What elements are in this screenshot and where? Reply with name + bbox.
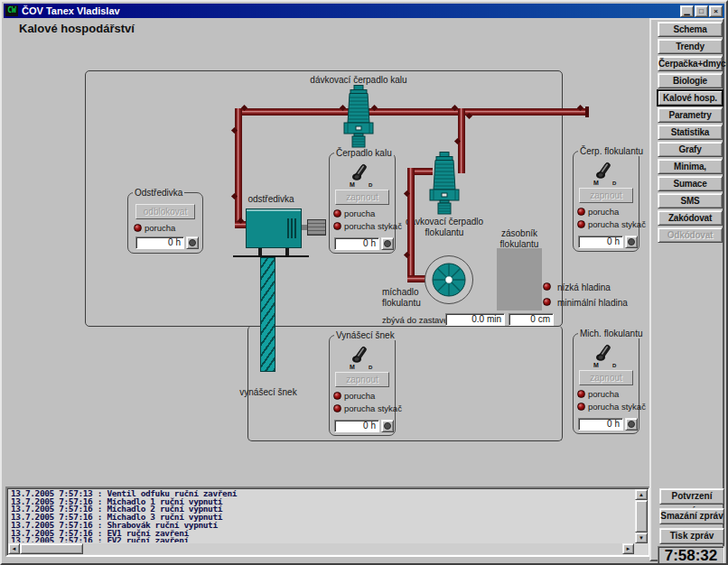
log-line: 13.7.2005 7:57:16 : EV2 ruční zavření <box>11 537 633 542</box>
remaining-time-field: 0.0 min <box>445 313 505 326</box>
scroll-up-icon[interactable]: ▲ <box>635 489 648 500</box>
sidebar-item-schema[interactable]: Schema <box>658 22 723 37</box>
app-window: CW ČOV Tanex Vladislav ▁ □ × Kalové hosp… <box>0 0 728 565</box>
sidebar-item-kalove-hosp[interactable]: Kalové hosp. <box>658 90 723 106</box>
hours-reset-button[interactable] <box>381 237 394 250</box>
dosing-pump-floc-icon <box>423 152 466 215</box>
scroll-down-icon[interactable]: ▼ <box>635 533 648 543</box>
screw-conveyor-icon <box>260 257 275 372</box>
dosing-pump-sludge-icon <box>337 85 380 148</box>
hours-field: 0 h <box>334 420 379 432</box>
switch-d-label: D <box>369 182 372 188</box>
centrifuge-icon <box>246 208 302 248</box>
mixer-icon <box>424 255 474 305</box>
pipe-end-cap <box>585 107 589 117</box>
sidebar-item-grafy[interactable]: Grafy <box>658 142 723 157</box>
sidebar-item-zakodovat[interactable]: Zakódovat <box>658 210 723 226</box>
start-button: zapnout <box>335 190 389 205</box>
hours-reset-button[interactable] <box>625 418 638 431</box>
contactor-fault-led <box>333 404 341 412</box>
hours-field: 0 h <box>135 236 184 249</box>
label-screw: vynášecí šnek <box>231 387 305 397</box>
scroll-left-icon[interactable]: ◄ <box>8 543 20 554</box>
sidebar-item-trendy[interactable]: Trendy <box>658 39 723 54</box>
panel-title: Čerp. flokulantu <box>578 146 645 156</box>
sidebar-item-biologie[interactable]: Biologie <box>658 73 723 88</box>
fault-led <box>134 224 142 232</box>
counter-icon <box>384 240 391 247</box>
log-vertical-scrollbar[interactable]: ▲ ▼ <box>635 489 648 543</box>
counter-icon <box>628 238 635 245</box>
sidebar-item-minima-maxima[interactable]: Minima, maxima <box>658 159 723 174</box>
vertical-scroll-thumb[interactable] <box>635 500 648 533</box>
message-log: 13.7.2005 7:57:13 : Ventil odfuku ruční … <box>5 486 650 557</box>
label-mixer: míchadlo <box>382 287 419 297</box>
sidebar-item-statistika[interactable]: Statistika <box>658 125 723 140</box>
sidebar-item-sms[interactable]: SMS <box>658 193 723 208</box>
delete-messages-button[interactable]: Smazání zpráv <box>659 508 724 524</box>
start-button: zapnout <box>579 370 633 385</box>
close-button[interactable]: × <box>709 5 723 17</box>
manual-remote-switch-icon <box>592 160 621 181</box>
label-low-level: nízká hladina <box>557 282 611 292</box>
hours-reset-button[interactable] <box>625 236 638 248</box>
start-button: zapnout <box>579 188 633 203</box>
maximize-button[interactable]: □ <box>695 5 708 17</box>
manual-remote-switch-icon <box>348 162 377 183</box>
label-dosing-pump-floc: dávkovací čerpadlo <box>390 217 499 227</box>
manual-remote-switch-icon <box>348 344 377 366</box>
horizontal-scroll-thumb[interactable] <box>20 543 83 554</box>
label-min-level: minimální hladina <box>557 298 628 308</box>
log-horizontal-scrollbar[interactable]: ◄ ► <box>8 543 634 554</box>
switch-m-label: M <box>350 181 355 188</box>
counter-icon <box>628 421 635 428</box>
sidebar-item-cerpacka-dmych[interactable]: Čerpačka+dmych <box>658 56 723 71</box>
fault-led <box>333 392 341 400</box>
contactor-fault-led <box>577 403 585 411</box>
contactor-fault-led <box>577 220 585 228</box>
label-centrifuge: odstředivka <box>242 194 300 204</box>
tank-level-field: 0 cm <box>509 313 554 326</box>
clock-display: 7:58:32 <box>658 546 724 564</box>
sidebar: Schema Trendy Čerpačka+dmych Biologie Ka… <box>649 18 724 561</box>
hours-field: 0 h <box>578 236 623 248</box>
pipe-floc-down <box>407 168 415 282</box>
panel-title: Odstředivka <box>133 188 184 198</box>
label-tank: zásobník <box>497 228 542 238</box>
page-title: Kalové hospodářství <box>19 22 135 35</box>
low-level-led <box>543 282 551 291</box>
centrifuge-motor-icon <box>307 219 326 236</box>
log-lines: 13.7.2005 7:57:13 : Ventil odfuku ruční … <box>11 490 633 542</box>
hours-field: 0 h <box>334 237 379 250</box>
app-icon: CW <box>5 5 18 16</box>
panel-sludge-pump: Čerpadlo kalu M D zapnout porucha poruch… <box>329 153 396 254</box>
sidebar-item-parametry[interactable]: Parametry <box>658 107 723 123</box>
pipe-left-down <box>235 108 242 228</box>
confirm-message-button[interactable]: Potvrzení zprávy <box>659 488 724 505</box>
manual-remote-switch-icon <box>592 342 621 364</box>
window-title: ČOV Tanex Vladislav <box>22 5 679 16</box>
hours-field: 0 h <box>578 418 623 431</box>
panel-title: Vynášecí šnek <box>334 330 397 340</box>
title-bar: CW ČOV Tanex Vladislav ▁ □ × <box>4 4 724 18</box>
label-dosing-pump-sludge: dávkovací čerpadlo kalu <box>300 75 417 85</box>
unlock-button: odblokovat <box>135 204 195 219</box>
diagram-lower-box <box>247 326 563 441</box>
fault-led <box>577 390 585 398</box>
minimize-button[interactable]: ▁ <box>680 5 694 17</box>
start-button: zapnout <box>335 372 389 387</box>
panel-screw: Vynášecí šnek M D zapnout porucha poruch… <box>329 335 396 436</box>
fault-led <box>333 209 341 218</box>
print-messages-button[interactable]: Tisk zpráv <box>659 528 724 544</box>
hours-reset-button[interactable] <box>186 236 199 249</box>
panel-floc-pump: Čerp. flokulantu M D zapnout porucha por… <box>573 151 639 252</box>
panel-centrifuge: Odstředivka odblokovat porucha 0 h <box>127 192 203 254</box>
panel-title: Čerpadlo kalu <box>334 148 394 158</box>
fault-label: porucha <box>145 223 175 233</box>
min-level-led <box>543 298 551 306</box>
hours-reset-button[interactable] <box>381 420 394 432</box>
contactor-fault-led <box>333 222 341 230</box>
counter-icon <box>384 422 391 430</box>
scroll-right-icon[interactable]: ► <box>622 543 634 554</box>
sidebar-item-sumace[interactable]: Sumace <box>658 176 723 191</box>
